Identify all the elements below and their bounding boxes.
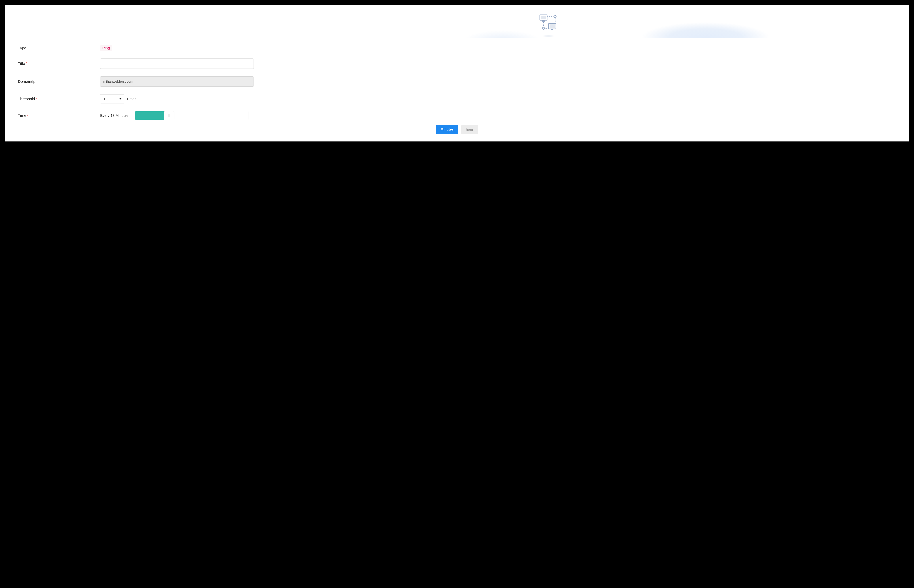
svg-rect-11	[551, 30, 554, 30]
row-time: Time* Every 18 Minutes	[18, 111, 896, 120]
threshold-label: Threshold*	[18, 97, 100, 101]
threshold-select[interactable]: 1	[100, 94, 124, 103]
time-slider[interactable]	[135, 111, 249, 120]
form-area: Type Ping Title* Domain/Ip Threshold*	[5, 38, 909, 142]
threshold-label-text: Threshold	[18, 97, 35, 101]
slider-handle[interactable]	[164, 111, 174, 120]
svg-rect-2	[543, 20, 544, 21]
title-label-text: Title	[18, 61, 25, 66]
time-display: Every 18 Minutes	[100, 113, 129, 118]
title-input[interactable]	[100, 58, 254, 69]
time-unit-toggle: Minutes hour	[18, 125, 896, 134]
icon-shadow	[538, 34, 559, 38]
svg-point-5	[554, 16, 556, 18]
svg-rect-1	[541, 16, 546, 19]
threshold-value: 1	[103, 97, 105, 101]
time-label: Time*	[18, 113, 100, 118]
row-title: Title*	[18, 58, 896, 69]
row-domain: Domain/Ip	[18, 76, 896, 87]
required-asterisk: *	[26, 61, 27, 66]
title-label: Title*	[18, 61, 100, 66]
domain-label: Domain/Ip	[18, 79, 100, 84]
svg-rect-8	[550, 25, 555, 27]
chevron-down-icon	[119, 99, 121, 100]
type-badge: Ping	[100, 45, 112, 51]
domain-input	[100, 76, 254, 87]
svg-rect-3	[542, 21, 545, 21]
required-asterisk: *	[36, 97, 37, 101]
svg-rect-9	[551, 29, 553, 30]
hour-button[interactable]: hour	[461, 125, 478, 134]
svg-point-13	[543, 27, 544, 29]
time-label-text: Time	[18, 113, 26, 118]
threshold-unit: Times	[126, 97, 136, 101]
cloud-background	[231, 14, 909, 38]
form-panel: Type Ping Title* Domain/Ip Threshold*	[5, 5, 909, 142]
row-threshold: Threshold* 1 Times	[18, 94, 896, 103]
header-decoration	[5, 5, 909, 38]
required-asterisk: *	[27, 113, 29, 118]
network-icon	[538, 13, 559, 34]
type-label: Type	[18, 46, 100, 50]
row-type: Type Ping	[18, 45, 896, 51]
minutes-button[interactable]: Minutes	[436, 125, 458, 134]
